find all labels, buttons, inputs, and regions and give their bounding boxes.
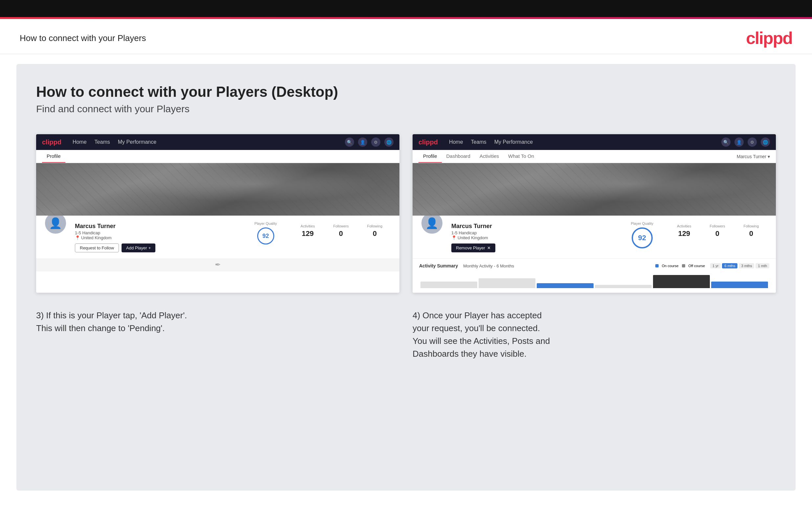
right-user-icon[interactable]: 👤	[734, 137, 744, 147]
page-heading: How to connect with your Players (Deskto…	[36, 84, 776, 100]
right-stat-followers-label: Followers	[710, 224, 725, 228]
activity-summary: Activity Summary Monthly Activity - 6 Mo…	[413, 258, 776, 293]
right-location-pin-icon: 📍	[451, 235, 457, 240]
activity-legend: On course Off course	[655, 264, 705, 268]
clippd-logo: clippd	[746, 28, 792, 48]
footer: Copyright Clippd 2022	[0, 500, 812, 507]
right-search-icon[interactable]: 🔍	[721, 137, 730, 147]
legend-off-course-dot	[682, 264, 685, 268]
screenshot-right: clippd Home Teams My Performance 🔍 👤 ⚙ 🌐…	[413, 134, 776, 293]
right-settings-icon[interactable]: ⚙	[748, 137, 757, 147]
right-stat-activities-label: Activities	[677, 224, 691, 228]
left-tabs: Profile	[36, 150, 399, 163]
legend-on-course-dot	[655, 264, 659, 268]
left-navbar: clippd Home Teams My Performance 🔍 👤 ⚙ 🌐	[36, 134, 399, 150]
left-search-icon[interactable]: 🔍	[345, 137, 354, 147]
left-screenshot-bottom: ✒	[36, 258, 399, 271]
right-tab-dashboard[interactable]: Dashboard	[442, 150, 475, 163]
right-lang-icon[interactable]: 🌐	[761, 137, 770, 147]
right-username-label: Marcus Turner	[737, 154, 766, 159]
right-stat-following-value: 0	[744, 229, 759, 238]
activity-header: Activity Summary Monthly Activity - 6 Mo…	[419, 263, 769, 269]
left-nav-teams[interactable]: Teams	[95, 139, 110, 145]
right-nav-myperformance[interactable]: My Performance	[494, 139, 533, 145]
left-avatar-icon: 👤	[49, 217, 62, 229]
right-stat-followers: Followers 0	[700, 224, 734, 238]
page-title: How to connect with your Players	[20, 33, 146, 43]
right-tab-profile[interactable]: Profile	[418, 150, 442, 163]
left-lang-icon[interactable]: 🌐	[384, 137, 394, 147]
time-btn-1mth[interactable]: 1 mth	[756, 263, 769, 269]
right-nav-teams[interactable]: Teams	[471, 139, 487, 145]
left-player-buttons: Request to Follow Add Player +	[75, 243, 240, 252]
screenshot-left: clippd Home Teams My Performance 🔍 👤 ⚙ 🌐…	[36, 134, 399, 293]
right-profile-info: Marcus Turner 1-5 Handicap 📍 United King…	[451, 222, 617, 252]
request-to-follow-button[interactable]: Request to Follow	[75, 243, 119, 252]
right-hero-overlay	[413, 163, 776, 216]
screenshots-row: clippd Home Teams My Performance 🔍 👤 ⚙ 🌐…	[36, 134, 776, 293]
left-location-text: United Kingdom	[81, 235, 112, 240]
left-quality-container: Player Quality 92	[248, 222, 284, 244]
activity-title: Activity Summary	[419, 263, 458, 269]
chart-bar-4	[595, 285, 652, 288]
left-nav-home[interactable]: Home	[72, 139, 87, 145]
right-quality-circle: 92	[632, 227, 653, 248]
time-buttons: 1 yr 6 mths 3 mths 1 mth	[710, 263, 769, 269]
chart-bar-6	[711, 282, 768, 288]
right-logo: clippd	[418, 138, 438, 146]
right-player-location: 📍 United Kingdom	[451, 235, 617, 240]
right-stat-activities-value: 129	[677, 229, 691, 238]
chart-bar-2	[478, 278, 536, 288]
time-btn-1yr[interactable]: 1 yr	[710, 263, 721, 269]
left-profile: 👤 Marcus Turner 1-5 Handicap 📍 United Ki…	[36, 216, 399, 258]
left-nav-icons: 🔍 👤 ⚙ 🌐	[345, 137, 394, 147]
left-stat-activities-label: Activities	[301, 224, 315, 228]
right-stat-activities: Activities 129	[668, 224, 700, 238]
left-hero-overlay	[36, 163, 399, 216]
remove-player-x-icon: ✕	[487, 245, 491, 250]
time-btn-3mths[interactable]: 3 mths	[739, 263, 754, 269]
time-btn-6mths[interactable]: 6 mths	[722, 263, 738, 269]
left-quality-label: Player Quality	[255, 222, 277, 225]
right-player-handicap: 1-5 Handicap	[451, 230, 617, 235]
right-navbar: clippd Home Teams My Performance 🔍 👤 ⚙ 🌐	[413, 134, 776, 150]
right-dropdown-icon: ▾	[768, 154, 770, 159]
left-logo: clippd	[42, 138, 61, 146]
left-stat-followers-label: Followers	[333, 224, 349, 228]
right-stat-followers-value: 0	[710, 229, 725, 238]
legend-on-course-label: On course	[662, 264, 679, 268]
left-settings-icon[interactable]: ⚙	[371, 137, 380, 147]
left-stat-activities-value: 129	[301, 229, 315, 238]
page-subheading: Find and connect with your Players	[36, 103, 776, 115]
pen-icon: ✒	[215, 261, 221, 269]
remove-player-label: Remove Player	[456, 245, 485, 250]
right-stat-following: Following 0	[734, 224, 768, 238]
right-tabs: Profile Dashboard Activities What To On …	[413, 150, 776, 163]
left-stat-following-value: 0	[367, 229, 383, 238]
left-user-icon[interactable]: 👤	[358, 137, 367, 147]
left-player-name: Marcus Turner	[75, 223, 240, 230]
left-tab-profile[interactable]: Profile	[42, 150, 65, 163]
right-nav-home[interactable]: Home	[449, 139, 463, 145]
page-header: How to connect with your Players clippd	[0, 19, 812, 54]
add-player-button[interactable]: Add Player +	[121, 243, 155, 252]
remove-player-button[interactable]: Remove Player ✕	[451, 243, 495, 252]
left-nav-myperformance[interactable]: My Performance	[118, 139, 156, 145]
left-location-pin-icon: 📍	[75, 235, 80, 240]
right-quality-label: Player Quality	[631, 222, 653, 225]
right-location-text: United Kingdom	[458, 235, 488, 240]
right-profile: 👤 Marcus Turner 1-5 Handicap 📍 United Ki…	[413, 216, 776, 258]
right-avatar-icon: 👤	[425, 217, 439, 229]
left-quality-circle: 92	[257, 227, 274, 244]
bottom-text-row: 3) If this is your Player tap, 'Add Play…	[36, 309, 776, 360]
left-hero-image	[36, 163, 399, 216]
right-stats-row: Activities 129 Followers 0 Following 0	[668, 222, 768, 238]
add-player-plus-icon: +	[148, 245, 151, 250]
right-tab-whattoon[interactable]: What To On	[504, 150, 539, 163]
left-stat-followers-value: 0	[333, 229, 349, 238]
right-tab-activities[interactable]: Activities	[475, 150, 504, 163]
left-stat-following: Following 0	[358, 224, 392, 238]
left-stats-row: Activities 129 Followers 0 Following 0	[291, 222, 392, 238]
left-stat-activities: Activities 129	[291, 224, 324, 238]
right-player-name: Marcus Turner	[451, 223, 617, 230]
